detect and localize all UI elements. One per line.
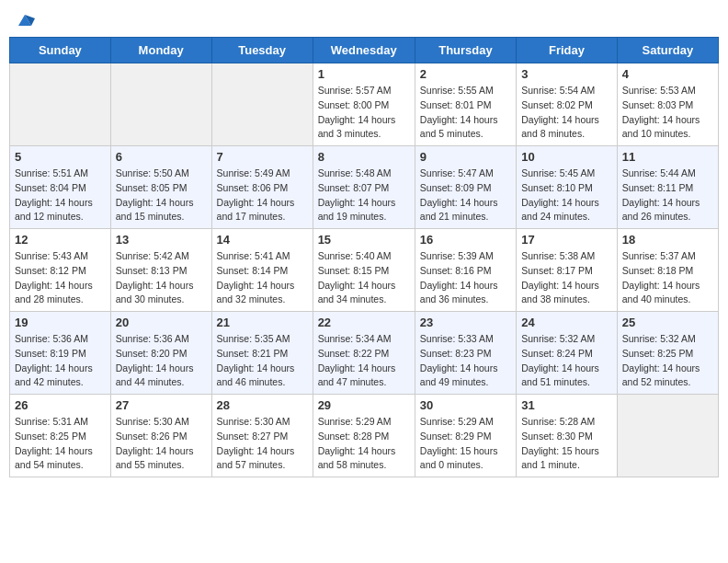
calendar-day-cell: 4Sunrise: 5:53 AMSunset: 8:03 PMDaylight… bbox=[617, 63, 718, 146]
day-number: 14 bbox=[217, 233, 308, 247]
day-number: 21 bbox=[217, 316, 308, 329]
day-info-line: Daylight: 15 hours and 0 minutes. bbox=[420, 444, 511, 474]
day-info-line: Sunrise: 5:53 AM bbox=[622, 84, 713, 98]
day-info-line: Sunset: 8:28 PM bbox=[318, 430, 410, 444]
calendar-body: 1Sunrise: 5:57 AMSunset: 8:00 PMDaylight… bbox=[10, 63, 719, 477]
day-number: 19 bbox=[15, 316, 106, 329]
day-info: Sunrise: 5:28 AMSunset: 8:30 PMDaylight:… bbox=[521, 415, 612, 473]
day-info-line: Sunrise: 5:50 AM bbox=[116, 167, 207, 181]
day-info-line: Sunset: 8:03 PM bbox=[622, 98, 713, 113]
day-info-line: Daylight: 14 hours and 38 minutes. bbox=[521, 279, 612, 308]
calendar-day-cell: 23Sunrise: 5:33 AMSunset: 8:23 PMDayligh… bbox=[415, 312, 516, 395]
day-info-line: Daylight: 14 hours and 10 minutes. bbox=[622, 113, 713, 143]
day-number: 17 bbox=[521, 233, 612, 247]
day-number: 3 bbox=[521, 67, 612, 81]
day-info-line: Sunrise: 5:44 AM bbox=[622, 167, 713, 181]
day-info: Sunrise: 5:36 AMSunset: 8:19 PMDaylight:… bbox=[15, 332, 106, 390]
day-info-line: Sunset: 8:20 PM bbox=[116, 347, 207, 362]
day-info: Sunrise: 5:37 AMSunset: 8:18 PMDaylight:… bbox=[622, 249, 713, 307]
day-number: 4 bbox=[622, 67, 713, 81]
day-info-line: Daylight: 14 hours and 28 minutes. bbox=[15, 279, 106, 308]
calendar-week-row: 19Sunrise: 5:36 AMSunset: 8:19 PMDayligh… bbox=[10, 312, 719, 395]
day-info-line: Daylight: 14 hours and 30 minutes. bbox=[116, 279, 207, 308]
day-info-line: Sunset: 8:21 PM bbox=[217, 347, 308, 362]
calendar-day-cell: 25Sunrise: 5:32 AMSunset: 8:25 PMDayligh… bbox=[617, 312, 718, 395]
day-info-line: Sunset: 8:17 PM bbox=[521, 264, 612, 279]
day-info-line: Sunset: 8:18 PM bbox=[622, 264, 713, 279]
day-info-line: Daylight: 14 hours and 40 minutes. bbox=[622, 279, 713, 308]
day-info-line: Daylight: 14 hours and 17 minutes. bbox=[217, 196, 308, 225]
day-info-line: Sunrise: 5:37 AM bbox=[622, 249, 713, 264]
day-info-line: Daylight: 14 hours and 19 minutes. bbox=[318, 196, 410, 225]
calendar-day-cell: 31Sunrise: 5:28 AMSunset: 8:30 PMDayligh… bbox=[517, 395, 618, 477]
calendar-day-cell: 19Sunrise: 5:36 AMSunset: 8:19 PMDayligh… bbox=[10, 312, 111, 395]
calendar-day-cell: 13Sunrise: 5:42 AMSunset: 8:13 PMDayligh… bbox=[110, 229, 211, 312]
day-info-line: Sunrise: 5:49 AM bbox=[217, 167, 308, 181]
calendar-day-cell: 10Sunrise: 5:45 AMSunset: 8:10 PMDayligh… bbox=[517, 146, 618, 229]
day-info: Sunrise: 5:57 AMSunset: 8:00 PMDaylight:… bbox=[318, 84, 410, 142]
day-number: 29 bbox=[318, 398, 410, 412]
calendar-day-cell: 26Sunrise: 5:31 AMSunset: 8:25 PMDayligh… bbox=[10, 395, 111, 477]
day-info: Sunrise: 5:50 AMSunset: 8:05 PMDaylight:… bbox=[116, 167, 207, 224]
day-info-line: Sunrise: 5:45 AM bbox=[521, 167, 612, 181]
day-info-line: Daylight: 14 hours and 42 minutes. bbox=[15, 362, 106, 391]
calendar-day-cell: 20Sunrise: 5:36 AMSunset: 8:20 PMDayligh… bbox=[110, 312, 211, 395]
day-info-line: Daylight: 14 hours and 49 minutes. bbox=[420, 362, 511, 391]
day-info-line: Daylight: 14 hours and 8 minutes. bbox=[521, 113, 612, 143]
day-info-line: Sunrise: 5:39 AM bbox=[420, 249, 511, 264]
day-number: 1 bbox=[318, 67, 410, 81]
day-info-line: Daylight: 15 hours and 1 minute. bbox=[521, 444, 612, 474]
day-info-line: Sunset: 8:00 PM bbox=[318, 98, 410, 113]
day-info-line: Sunrise: 5:32 AM bbox=[521, 332, 612, 347]
day-number: 7 bbox=[217, 150, 308, 164]
day-info-line: Sunrise: 5:55 AM bbox=[420, 84, 511, 98]
day-info-line: Sunset: 8:01 PM bbox=[420, 98, 511, 113]
day-info-line: Sunset: 8:12 PM bbox=[15, 264, 106, 279]
day-info-line: Daylight: 14 hours and 51 minutes. bbox=[521, 362, 612, 391]
day-info-line: Sunrise: 5:43 AM bbox=[15, 249, 106, 264]
day-of-week-header: Sunday bbox=[10, 38, 111, 63]
day-info-line: Sunrise: 5:54 AM bbox=[521, 84, 612, 98]
calendar-day-cell: 30Sunrise: 5:29 AMSunset: 8:29 PMDayligh… bbox=[415, 395, 516, 477]
day-info-line: Sunrise: 5:30 AM bbox=[116, 415, 207, 430]
calendar-day-cell bbox=[617, 395, 718, 477]
day-info-line: Sunset: 8:22 PM bbox=[318, 347, 410, 362]
day-info: Sunrise: 5:33 AMSunset: 8:23 PMDaylight:… bbox=[420, 332, 511, 390]
day-info-line: Sunrise: 5:48 AM bbox=[318, 167, 410, 181]
day-of-week-header: Saturday bbox=[617, 38, 718, 63]
day-number: 24 bbox=[521, 316, 612, 329]
calendar-day-cell: 18Sunrise: 5:37 AMSunset: 8:18 PMDayligh… bbox=[617, 229, 718, 312]
calendar-day-cell bbox=[10, 63, 111, 146]
day-number: 20 bbox=[116, 316, 207, 329]
day-info-line: Sunset: 8:09 PM bbox=[420, 181, 511, 196]
day-info-line: Sunset: 8:16 PM bbox=[420, 264, 511, 279]
day-number: 2 bbox=[420, 67, 511, 81]
day-info-line: Sunrise: 5:47 AM bbox=[420, 167, 511, 181]
day-info-line: Sunrise: 5:38 AM bbox=[521, 249, 612, 264]
calendar-day-cell: 2Sunrise: 5:55 AMSunset: 8:01 PMDaylight… bbox=[415, 63, 516, 146]
day-info: Sunrise: 5:31 AMSunset: 8:25 PMDaylight:… bbox=[15, 415, 106, 473]
day-number: 9 bbox=[420, 150, 511, 164]
day-of-week-header: Monday bbox=[110, 38, 211, 63]
calendar-day-cell: 29Sunrise: 5:29 AMSunset: 8:28 PMDayligh… bbox=[313, 395, 415, 477]
day-number: 31 bbox=[521, 398, 612, 412]
day-info: Sunrise: 5:30 AMSunset: 8:27 PMDaylight:… bbox=[217, 415, 308, 473]
day-info-line: Sunset: 8:25 PM bbox=[15, 430, 106, 444]
calendar-day-cell: 14Sunrise: 5:41 AMSunset: 8:14 PMDayligh… bbox=[211, 229, 313, 312]
day-info-line: Sunrise: 5:34 AM bbox=[318, 332, 410, 347]
day-info-line: Daylight: 14 hours and 36 minutes. bbox=[420, 279, 511, 308]
day-info-line: Sunset: 8:19 PM bbox=[15, 347, 106, 362]
day-info-line: Daylight: 14 hours and 57 minutes. bbox=[217, 444, 308, 474]
day-info: Sunrise: 5:36 AMSunset: 8:20 PMDaylight:… bbox=[116, 332, 207, 390]
day-info-line: Daylight: 14 hours and 47 minutes. bbox=[318, 362, 410, 391]
day-info-line: Daylight: 14 hours and 3 minutes. bbox=[318, 113, 410, 143]
calendar-day-cell: 15Sunrise: 5:40 AMSunset: 8:15 PMDayligh… bbox=[313, 229, 415, 312]
day-info: Sunrise: 5:44 AMSunset: 8:11 PMDaylight:… bbox=[622, 167, 713, 224]
day-info: Sunrise: 5:43 AMSunset: 8:12 PMDaylight:… bbox=[15, 249, 106, 307]
day-info: Sunrise: 5:51 AMSunset: 8:04 PMDaylight:… bbox=[15, 167, 106, 224]
logo bbox=[13, 9, 35, 29]
day-info: Sunrise: 5:32 AMSunset: 8:24 PMDaylight:… bbox=[521, 332, 612, 390]
day-info-line: Sunrise: 5:51 AM bbox=[15, 167, 106, 181]
day-info-line: Sunset: 8:29 PM bbox=[420, 430, 511, 444]
day-info-line: Daylight: 14 hours and 46 minutes. bbox=[217, 362, 308, 391]
